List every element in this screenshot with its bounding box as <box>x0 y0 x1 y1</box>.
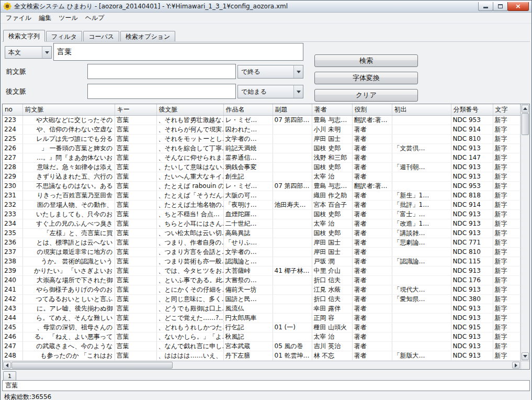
cell-key: 言葉 <box>115 266 156 275</box>
table-row[interactable]: 248も参ったのか 「これはお言葉、はははは……いえ、丹下左膳01 乾雲坤…林 … <box>3 351 520 360</box>
cell-first-publication <box>392 153 451 162</box>
column-header-author[interactable]: 著者 <box>312 104 352 115</box>
table-row[interactable]: 234すぐ上の兄のふんべつ臭き言葉、ちらと小耳にはさん…二十世紀…太宰 治著者「… <box>3 219 520 228</box>
tab-search-string[interactable]: 検索文字列 <box>3 30 45 42</box>
column-header-key[interactable]: キー <box>115 104 156 115</box>
cell-title: 大阪の可… <box>223 191 273 200</box>
cell-role: 著者 <box>352 238 392 247</box>
cell-first-publication <box>392 134 451 143</box>
post-context-input[interactable] <box>87 84 236 99</box>
table-row[interactable]: 228意味だ。急々如律令は添え言葉、たいして意味はない…鴉銭会事変国枝 史郎著者… <box>3 162 520 172</box>
scroll-left-button[interactable] <box>3 362 11 369</box>
cell-key: 言葉 <box>115 304 156 313</box>
table-row[interactable]: 241やら御様子ありげの今のお言葉、とにかくその仔細を…備前天一坊江見 水蔭著者… <box>3 285 520 294</box>
pre-context-condition-select[interactable]: で終る <box>237 65 303 79</box>
cell-pre-context: に。アレ嘘、後先揃わぬ御 <box>22 304 115 313</box>
table-row[interactable]: 230不思議なものはない。ある言葉、たとえば rabouin の…レ・ミゼ…07… <box>3 181 520 191</box>
title-bar[interactable]: 全文検索システム ひまわり - [aozora_20140401] - Y:¥H… <box>1 1 531 13</box>
maximize-icon <box>498 4 503 8</box>
scroll-down-button[interactable] <box>522 352 529 360</box>
search-query-input[interactable] <box>53 43 303 61</box>
cell-author: 吉川 英治 <box>312 341 352 351</box>
column-header-first-publication[interactable]: 初出 <box>392 104 451 115</box>
post-context-condition-select[interactable]: で始まる <box>237 85 303 98</box>
cell-first-publication: 「認識論… <box>392 257 451 266</box>
results-tbody: 223や大砲などに交じったその言葉、それも皆勇壮激越な…レ・ミゼ…07 第四部…… <box>3 115 520 360</box>
vertical-scrollbar-thumb[interactable] <box>522 113 529 135</box>
cell-post-context: 、たいへん重大なキイ… <box>156 172 223 181</box>
menu-tools[interactable]: ツール <box>55 13 82 24</box>
column-header-title[interactable]: 作品名 <box>223 104 273 115</box>
horizontal-scrollbar[interactable] <box>3 361 520 369</box>
column-header-ndc-number[interactable]: 分類番号 <box>451 104 493 115</box>
table-row[interactable]: 226」 一番頭の言葉と婢女の言葉、それを綜合して丁寧…前記天満焼国枝 史郎著者… <box>3 143 520 153</box>
tab-search-options[interactable]: 検索オプション <box>120 31 175 41</box>
post-context-condition-value: で始まる <box>241 87 267 96</box>
column-header-pre-context[interactable]: 前文脈 <box>22 104 115 115</box>
cell-pre-context: の現実は最近非常に地方の <box>22 247 115 257</box>
cell-post-context: 、それをモットーとし… <box>156 134 223 143</box>
table-row[interactable]: 225レルプは先づ誰にでも分る言葉、それをモットーとし…文学者の…岸田 国士著者… <box>3 134 520 143</box>
cell-ndc-number: NDC 380 <box>451 294 493 304</box>
table-row[interactable]: 244ら。てめえ、そんな難しい言葉、どこで覚えた……?…円太郎馬車正岡 容著者N… <box>3 313 520 323</box>
horizontal-scrollbar-thumb[interactable] <box>12 362 173 369</box>
cell-author: 岸田 国士 <box>312 247 352 257</box>
pre-context-input[interactable] <box>87 64 236 79</box>
tab-filter[interactable]: フィルタ <box>46 31 82 41</box>
column-header-post-context[interactable]: 後文脈 <box>156 104 223 115</box>
glyph-convert-button[interactable]: 字体変換 <box>314 72 418 84</box>
table-row[interactable]: 243に。アレ嘘、後先揃わぬ御言葉、どうでも殿御は口上…風流仏幸田 露伴著者ND… <box>3 304 520 313</box>
table-row[interactable]: 227…。』問『まあ勿体ないお言葉、そんなに仰せられま…霊界通信…浅野 和三郎著… <box>3 153 520 162</box>
cell-no: 230 <box>3 181 22 191</box>
column-header-charset[interactable]: 文字 <box>493 104 520 115</box>
scroll-right-button[interactable] <box>512 362 520 369</box>
cell-role: 著者 <box>352 304 392 313</box>
cell-first-publication: 「講談雑… <box>392 228 451 238</box>
table-row[interactable]: 247の武蔵さまへ、今のような言葉、なんで戯れ言に申し…宮本武蔵05 風の巻吉川… <box>3 341 520 351</box>
table-row[interactable]: 233いたしましても、只今のお言葉、ちと不穏当! 合点…血煙陀羅…国枝 史郎著者… <box>3 209 520 219</box>
table-row[interactable]: 224や、信仰の伴わない空虚な言葉、それらが何んで現実…囚われた…小川 未明著者… <box>3 125 520 134</box>
menu-file[interactable]: ファイル <box>2 13 35 24</box>
cell-first-publication <box>392 313 451 323</box>
table-row[interactable]: 246る。 「ねえ、よい悪事って言葉、ないかしら。」「よ…秋風記太宰 治著者ND… <box>3 332 520 341</box>
menu-help[interactable]: ヘルプ <box>82 13 108 24</box>
table-row[interactable]: 237の現実は最近非常に地方の言葉、つまり方言を会話と…文学者の…岸田 国士著者… <box>3 247 520 257</box>
column-header-role[interactable]: 役割 <box>352 104 392 115</box>
table-row[interactable]: 240大崇高な場所で下された御言葉、といふ事である。此…大嘗祭の…折口 信夫著者… <box>3 275 520 285</box>
maximize-button[interactable] <box>493 2 508 11</box>
cell-ndc-number: NDC 913 <box>451 304 493 313</box>
tab-corpus[interactable]: コーパス <box>83 31 119 41</box>
cell-ndc-number: NDC 810 <box>451 134 493 143</box>
scroll-up-button[interactable] <box>522 105 529 113</box>
table-row[interactable]: 245、母堂の深切、祖母さんの言葉、どれもうれしかつた…行乞記01 (一)種田 … <box>3 323 520 332</box>
search-target-select[interactable]: 本文 <box>5 46 52 59</box>
clear-button[interactable]: クリア <box>314 89 418 102</box>
table-row[interactable]: 239かりたい」 「いさぎよいお言葉、では、今タヒツをお…大菩薩峠41 椰子林…… <box>3 266 520 275</box>
table-row[interactable]: 223や大砲などに交じったその言葉、それも皆勇壮激越な…レ・ミゼ…07 第四部…… <box>3 115 520 125</box>
detail-text-field[interactable]: 言葉 <box>2 380 530 391</box>
table-row[interactable]: 231りきった百姓言葉乃至田舎言葉、たとえば「そうだん…大阪の可…織田 作之助著… <box>3 191 520 200</box>
app-window: 全文検索システム ひまわり - [aozora_20140401] - Y:¥H… <box>0 0 532 400</box>
minimize-button[interactable] <box>478 2 493 11</box>
detail-tab-1[interactable]: 1 <box>3 371 16 380</box>
cell-author: 宮本 百合子 <box>312 200 352 209</box>
cell-subtitle <box>273 134 312 143</box>
cell-first-publication <box>392 115 451 125</box>
table-row[interactable]: 232面の登場人物、その動作、言葉、たとえば土地名物の…「夜明け…池田寿夫…宮本… <box>3 200 520 209</box>
table-row[interactable]: 238うか。 芸術的認識という言葉、つまり芸術も亦一般…認識論と…戸坂 潤著者「… <box>3 257 520 266</box>
cell-pre-context: やら御様子ありげの今のお <box>22 285 115 294</box>
cell-subtitle <box>273 238 312 247</box>
table-row[interactable]: 235「左様」と、売言葉に買言葉、つい松太郎は云い切…高島異誌国枝 史郎著者「講… <box>3 228 520 238</box>
menu-edit[interactable]: 編集 <box>35 13 55 24</box>
column-header-no[interactable]: no <box>3 104 22 115</box>
table-row[interactable]: 236とは、標準語とは云へない言葉、つまり、作者自身の…「せりふ…岸田 国士著者… <box>3 238 520 247</box>
close-button[interactable]: × <box>507 2 529 11</box>
cell-title: 大嘗祭の… <box>223 275 273 285</box>
vertical-scrollbar[interactable] <box>520 104 529 361</box>
search-button[interactable]: 検索 <box>314 54 418 67</box>
table-row[interactable]: 242つてゐるおいとしいと言ふ言葉、と同じ意味に、多く…国語と民…折口 信夫著者… <box>3 294 520 304</box>
cell-ndc-number: NDC 914 <box>451 125 493 134</box>
column-header-subtitle[interactable]: 副題 <box>273 104 312 115</box>
chevron-down-icon <box>293 85 303 98</box>
table-row[interactable]: 229きずり込まれた五、六行の言葉、たいへん重大なキイ…創生記太宰 治著者NDC… <box>3 172 520 181</box>
